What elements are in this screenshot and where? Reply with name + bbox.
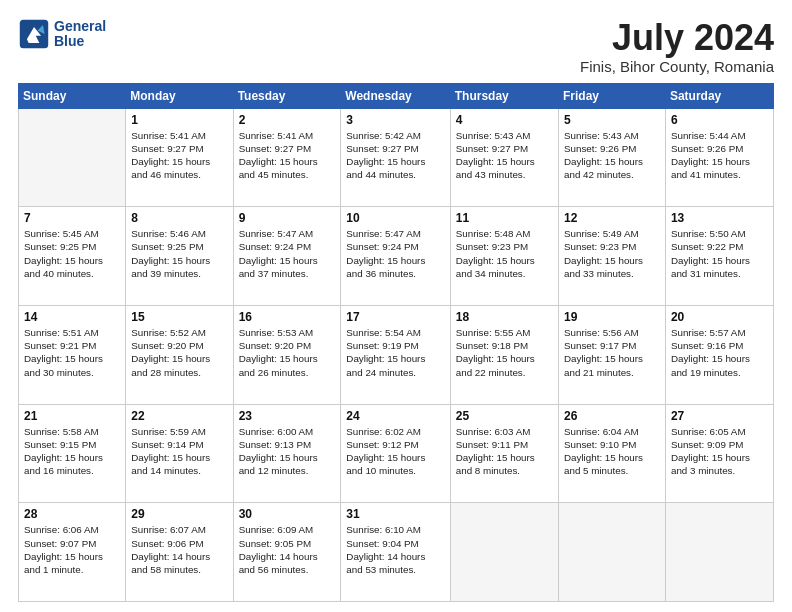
calendar-cell: 6Sunrise: 5:44 AM Sunset: 9:26 PM Daylig…: [665, 108, 773, 207]
calendar-cell: 18Sunrise: 5:55 AM Sunset: 9:18 PM Dayli…: [450, 305, 558, 404]
calendar-cell: 17Sunrise: 5:54 AM Sunset: 9:19 PM Dayli…: [341, 305, 450, 404]
day-info: Sunrise: 6:03 AM Sunset: 9:11 PM Dayligh…: [456, 425, 553, 478]
day-info: Sunrise: 6:09 AM Sunset: 9:05 PM Dayligh…: [239, 523, 336, 576]
calendar-week-row: 21Sunrise: 5:58 AM Sunset: 9:15 PM Dayli…: [19, 404, 774, 503]
page: General Blue July 2024 Finis, Bihor Coun…: [0, 0, 792, 612]
day-info: Sunrise: 6:07 AM Sunset: 9:06 PM Dayligh…: [131, 523, 227, 576]
day-number: 20: [671, 310, 768, 324]
day-info: Sunrise: 5:50 AM Sunset: 9:22 PM Dayligh…: [671, 227, 768, 280]
day-number: 25: [456, 409, 553, 423]
day-number: 14: [24, 310, 120, 324]
day-number: 31: [346, 507, 444, 521]
month-title: July 2024: [580, 18, 774, 58]
day-info: Sunrise: 6:10 AM Sunset: 9:04 PM Dayligh…: [346, 523, 444, 576]
day-number: 30: [239, 507, 336, 521]
day-info: Sunrise: 5:49 AM Sunset: 9:23 PM Dayligh…: [564, 227, 660, 280]
day-number: 13: [671, 211, 768, 225]
calendar-cell: 16Sunrise: 5:53 AM Sunset: 9:20 PM Dayli…: [233, 305, 341, 404]
day-header-wednesday: Wednesday: [341, 83, 450, 108]
day-number: 3: [346, 113, 444, 127]
calendar-cell: 13Sunrise: 5:50 AM Sunset: 9:22 PM Dayli…: [665, 207, 773, 306]
logo-line2: Blue: [54, 34, 106, 49]
calendar-cell: [665, 503, 773, 602]
day-info: Sunrise: 5:48 AM Sunset: 9:23 PM Dayligh…: [456, 227, 553, 280]
day-header-friday: Friday: [559, 83, 666, 108]
calendar-cell: [19, 108, 126, 207]
day-number: 8: [131, 211, 227, 225]
day-info: Sunrise: 5:54 AM Sunset: 9:19 PM Dayligh…: [346, 326, 444, 379]
logo-line1: General: [54, 19, 106, 34]
calendar-table: SundayMondayTuesdayWednesdayThursdayFrid…: [18, 83, 774, 602]
calendar-cell: 15Sunrise: 5:52 AM Sunset: 9:20 PM Dayli…: [126, 305, 233, 404]
day-info: Sunrise: 5:43 AM Sunset: 9:27 PM Dayligh…: [456, 129, 553, 182]
calendar-cell: 11Sunrise: 5:48 AM Sunset: 9:23 PM Dayli…: [450, 207, 558, 306]
calendar-week-row: 7Sunrise: 5:45 AM Sunset: 9:25 PM Daylig…: [19, 207, 774, 306]
day-number: 4: [456, 113, 553, 127]
day-number: 28: [24, 507, 120, 521]
calendar-week-row: 14Sunrise: 5:51 AM Sunset: 9:21 PM Dayli…: [19, 305, 774, 404]
day-number: 26: [564, 409, 660, 423]
day-number: 7: [24, 211, 120, 225]
day-number: 15: [131, 310, 227, 324]
day-number: 2: [239, 113, 336, 127]
day-number: 6: [671, 113, 768, 127]
day-info: Sunrise: 5:46 AM Sunset: 9:25 PM Dayligh…: [131, 227, 227, 280]
day-info: Sunrise: 5:41 AM Sunset: 9:27 PM Dayligh…: [131, 129, 227, 182]
day-number: 27: [671, 409, 768, 423]
calendar-cell: 7Sunrise: 5:45 AM Sunset: 9:25 PM Daylig…: [19, 207, 126, 306]
day-info: Sunrise: 5:59 AM Sunset: 9:14 PM Dayligh…: [131, 425, 227, 478]
calendar-cell: 3Sunrise: 5:42 AM Sunset: 9:27 PM Daylig…: [341, 108, 450, 207]
calendar-week-row: 1Sunrise: 5:41 AM Sunset: 9:27 PM Daylig…: [19, 108, 774, 207]
day-number: 18: [456, 310, 553, 324]
calendar-cell: 30Sunrise: 6:09 AM Sunset: 9:05 PM Dayli…: [233, 503, 341, 602]
calendar-header-row: SundayMondayTuesdayWednesdayThursdayFrid…: [19, 83, 774, 108]
day-info: Sunrise: 5:56 AM Sunset: 9:17 PM Dayligh…: [564, 326, 660, 379]
day-info: Sunrise: 5:44 AM Sunset: 9:26 PM Dayligh…: [671, 129, 768, 182]
day-info: Sunrise: 6:00 AM Sunset: 9:13 PM Dayligh…: [239, 425, 336, 478]
day-number: 22: [131, 409, 227, 423]
day-info: Sunrise: 5:58 AM Sunset: 9:15 PM Dayligh…: [24, 425, 120, 478]
calendar-week-row: 28Sunrise: 6:06 AM Sunset: 9:07 PM Dayli…: [19, 503, 774, 602]
calendar-cell: 27Sunrise: 6:05 AM Sunset: 9:09 PM Dayli…: [665, 404, 773, 503]
day-info: Sunrise: 5:52 AM Sunset: 9:20 PM Dayligh…: [131, 326, 227, 379]
day-info: Sunrise: 5:51 AM Sunset: 9:21 PM Dayligh…: [24, 326, 120, 379]
day-number: 23: [239, 409, 336, 423]
day-number: 17: [346, 310, 444, 324]
day-number: 29: [131, 507, 227, 521]
day-number: 19: [564, 310, 660, 324]
calendar-cell: 5Sunrise: 5:43 AM Sunset: 9:26 PM Daylig…: [559, 108, 666, 207]
calendar-cell: 23Sunrise: 6:00 AM Sunset: 9:13 PM Dayli…: [233, 404, 341, 503]
day-info: Sunrise: 6:06 AM Sunset: 9:07 PM Dayligh…: [24, 523, 120, 576]
calendar-cell: 2Sunrise: 5:41 AM Sunset: 9:27 PM Daylig…: [233, 108, 341, 207]
day-info: Sunrise: 5:57 AM Sunset: 9:16 PM Dayligh…: [671, 326, 768, 379]
logo: General Blue: [18, 18, 106, 50]
day-number: 21: [24, 409, 120, 423]
logo-icon: [18, 18, 50, 50]
calendar-cell: [450, 503, 558, 602]
calendar-cell: 19Sunrise: 5:56 AM Sunset: 9:17 PM Dayli…: [559, 305, 666, 404]
calendar-cell: 28Sunrise: 6:06 AM Sunset: 9:07 PM Dayli…: [19, 503, 126, 602]
day-info: Sunrise: 5:55 AM Sunset: 9:18 PM Dayligh…: [456, 326, 553, 379]
calendar-cell: 24Sunrise: 6:02 AM Sunset: 9:12 PM Dayli…: [341, 404, 450, 503]
calendar-cell: 31Sunrise: 6:10 AM Sunset: 9:04 PM Dayli…: [341, 503, 450, 602]
logo-text: General Blue: [54, 19, 106, 50]
calendar-cell: 12Sunrise: 5:49 AM Sunset: 9:23 PM Dayli…: [559, 207, 666, 306]
calendar-cell: 25Sunrise: 6:03 AM Sunset: 9:11 PM Dayli…: [450, 404, 558, 503]
day-info: Sunrise: 5:47 AM Sunset: 9:24 PM Dayligh…: [346, 227, 444, 280]
calendar-cell: [559, 503, 666, 602]
day-number: 11: [456, 211, 553, 225]
day-number: 5: [564, 113, 660, 127]
day-info: Sunrise: 5:42 AM Sunset: 9:27 PM Dayligh…: [346, 129, 444, 182]
calendar-cell: 8Sunrise: 5:46 AM Sunset: 9:25 PM Daylig…: [126, 207, 233, 306]
calendar-cell: 1Sunrise: 5:41 AM Sunset: 9:27 PM Daylig…: [126, 108, 233, 207]
calendar-cell: 26Sunrise: 6:04 AM Sunset: 9:10 PM Dayli…: [559, 404, 666, 503]
header: General Blue July 2024 Finis, Bihor Coun…: [18, 18, 774, 75]
day-info: Sunrise: 5:53 AM Sunset: 9:20 PM Dayligh…: [239, 326, 336, 379]
day-info: Sunrise: 5:47 AM Sunset: 9:24 PM Dayligh…: [239, 227, 336, 280]
day-info: Sunrise: 6:04 AM Sunset: 9:10 PM Dayligh…: [564, 425, 660, 478]
day-header-saturday: Saturday: [665, 83, 773, 108]
day-number: 10: [346, 211, 444, 225]
day-header-tuesday: Tuesday: [233, 83, 341, 108]
day-info: Sunrise: 6:05 AM Sunset: 9:09 PM Dayligh…: [671, 425, 768, 478]
day-info: Sunrise: 5:41 AM Sunset: 9:27 PM Dayligh…: [239, 129, 336, 182]
